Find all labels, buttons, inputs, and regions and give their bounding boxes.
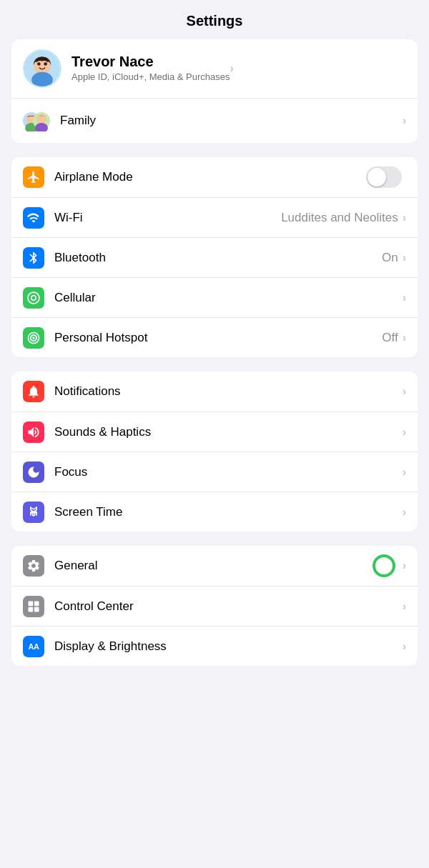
screen-time-icon — [23, 502, 44, 523]
notifications-label: Notifications — [54, 384, 403, 399]
profile-chevron: › — [230, 62, 233, 75]
svg-point-4 — [44, 62, 47, 66]
notifications-row[interactable]: Notifications › — [11, 371, 418, 411]
airplane-mode-label: Airplane Mode — [54, 170, 366, 184]
control-center-icon — [23, 596, 44, 617]
hotspot-value: Off — [382, 331, 398, 345]
wifi-value: Luddites and Neolites — [281, 211, 398, 225]
airplane-mode-row[interactable]: Airplane Mode — [11, 157, 418, 197]
control-center-chevron: › — [403, 600, 406, 613]
family-avatar-image — [23, 110, 50, 131]
control-center-row[interactable]: Control Center › — [11, 586, 418, 626]
airplane-mode-toggle-knob — [368, 168, 386, 186]
focus-row[interactable]: Focus › — [11, 452, 418, 492]
wifi-row[interactable]: Wi-Fi Luddites and Neolites › — [11, 197, 418, 237]
personal-hotspot-row[interactable]: Personal Hotspot Off › — [11, 317, 418, 357]
sounds-chevron: › — [403, 426, 406, 439]
svg-rect-13 — [29, 607, 34, 612]
family-row[interactable]: Family › — [11, 98, 418, 143]
sounds-icon — [23, 421, 44, 443]
bluetooth-value: On — [382, 251, 398, 265]
screen-time-label: Screen Time — [54, 505, 403, 519]
cellular-label: Cellular — [54, 291, 403, 305]
display-brightness-icon: AA — [23, 636, 44, 657]
sounds-haptics-row[interactable]: Sounds & Haptics › — [11, 411, 418, 452]
notifications-section: Notifications › Sounds & Haptics › Focus… — [11, 371, 418, 532]
connectivity-section: Airplane Mode Wi-Fi Luddites and Neolite… — [11, 157, 418, 357]
airplane-mode-icon — [23, 166, 44, 188]
bluetooth-row[interactable]: Bluetooth On › — [11, 237, 418, 277]
bluetooth-chevron: › — [403, 251, 406, 264]
cellular-chevron: › — [403, 291, 406, 304]
screen-time-svg — [26, 505, 41, 519]
svg-rect-12 — [34, 601, 39, 606]
general-label: General — [54, 559, 373, 573]
screen-time-row[interactable]: Screen Time › — [11, 492, 418, 532]
hotspot-label: Personal Hotspot — [54, 331, 382, 345]
general-chevron: › — [403, 559, 406, 572]
notifications-svg — [26, 384, 41, 399]
display-brightness-row[interactable]: AA Display & Brightness › — [11, 626, 418, 666]
display-aa-text: AA — [29, 642, 39, 651]
cellular-row[interactable]: Cellular › — [11, 277, 418, 317]
airplane-mode-toggle[interactable] — [366, 166, 402, 188]
sounds-svg — [26, 425, 41, 439]
hotspot-svg — [26, 331, 41, 345]
screen-time-chevron: › — [403, 506, 406, 519]
notifications-chevron: › — [403, 385, 406, 398]
svg-rect-14 — [34, 607, 39, 612]
control-center-label: Control Center — [54, 599, 403, 614]
wifi-label: Wi-Fi — [54, 211, 281, 225]
general-badge — [373, 554, 395, 577]
general-svg — [26, 559, 41, 573]
page-title: Settings — [0, 0, 429, 39]
wifi-chevron: › — [403, 211, 406, 224]
profile-info: Trevor Nace Apple ID, iCloud+, Media & P… — [72, 54, 230, 84]
wifi-svg — [26, 211, 41, 225]
focus-label: Focus — [54, 465, 403, 479]
svg-point-2 — [31, 72, 53, 88]
cellular-svg — [26, 291, 41, 305]
family-label: Family — [60, 114, 403, 128]
notifications-icon — [23, 381, 44, 402]
general-row[interactable]: General › — [11, 546, 418, 586]
wifi-icon — [23, 207, 44, 229]
hotspot-icon — [23, 327, 44, 349]
family-chevron: › — [403, 114, 406, 127]
display-brightness-chevron: › — [403, 640, 406, 653]
svg-point-9 — [36, 114, 46, 124]
bluetooth-label: Bluetooth — [54, 251, 382, 265]
cellular-icon — [23, 287, 44, 309]
bluetooth-icon — [23, 247, 44, 269]
control-center-svg — [26, 599, 41, 614]
display-brightness-label: Display & Brightness — [54, 639, 403, 654]
avatar — [23, 49, 61, 88]
focus-chevron: › — [403, 466, 406, 479]
avatar-image — [24, 49, 60, 88]
svg-rect-11 — [29, 601, 34, 606]
svg-point-3 — [37, 62, 41, 66]
hotspot-chevron: › — [403, 331, 406, 344]
airplane-svg — [26, 170, 41, 184]
focus-svg — [26, 465, 41, 479]
focus-icon — [23, 462, 44, 483]
profile-row[interactable]: Trevor Nace Apple ID, iCloud+, Media & P… — [11, 39, 418, 98]
bluetooth-svg — [26, 251, 41, 265]
general-icon — [23, 555, 44, 577]
system-section: General › Control Center › AA Display & … — [11, 546, 418, 666]
profile-section: Trevor Nace Apple ID, iCloud+, Media & P… — [11, 39, 418, 143]
profile-name: Trevor Nace — [72, 54, 230, 70]
sounds-label: Sounds & Haptics — [54, 425, 403, 439]
profile-subtitle: Apple ID, iCloud+, Media & Purchases — [72, 71, 230, 84]
family-avatar — [23, 107, 50, 134]
